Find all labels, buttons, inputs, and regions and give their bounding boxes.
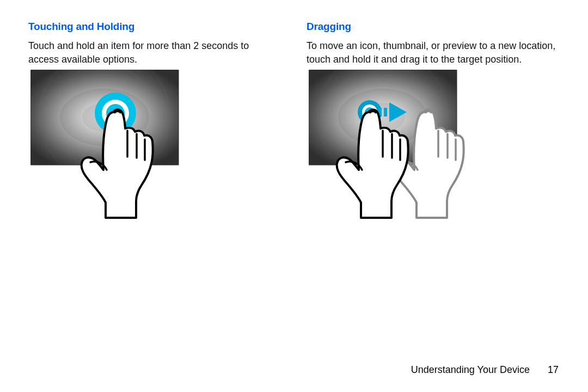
page-number: 17 [548, 364, 559, 376]
manual-page: Touching and Holding Touch and hold an i… [0, 0, 588, 392]
section-title: Understanding Your Device [411, 364, 530, 375]
dragging-icon [309, 70, 494, 233]
two-column-layout: Touching and Holding Touch and hold an i… [28, 21, 560, 233]
touch-hold-illustration [28, 70, 281, 233]
touch-hold-icon [30, 70, 216, 233]
section-heading: Touching and Holding [28, 21, 281, 33]
section-touch-hold: Touching and Holding Touch and hold an i… [28, 21, 281, 233]
section-body: To move an icon, thumbnail, or preview t… [307, 39, 560, 66]
page-footer: Understanding Your Device 17 [411, 364, 559, 376]
section-body: Touch and hold an item for more than 2 s… [28, 39, 281, 66]
dragging-illustration [307, 70, 560, 233]
svg-rect-27 [384, 108, 387, 117]
section-heading: Dragging [307, 21, 560, 33]
section-dragging: Dragging To move an icon, thumbnail, or … [307, 21, 560, 233]
